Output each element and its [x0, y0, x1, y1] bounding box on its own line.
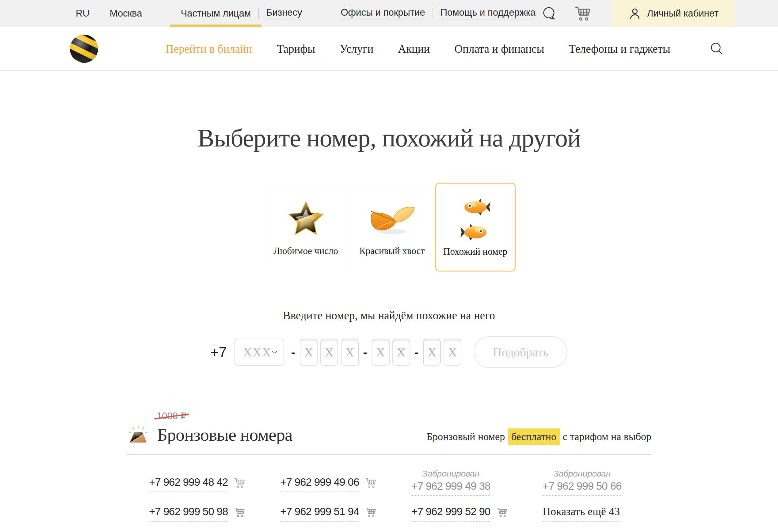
bronze-ingot-icon: [127, 424, 150, 446]
number-search-form: +7 XXX - X X X - X X - X X Подобрать: [0, 336, 778, 368]
page-title: Выберите номер, похожий на другой: [0, 124, 778, 153]
nav-item-promos[interactable]: Акции: [398, 42, 430, 56]
add-to-cart-icon[interactable]: [365, 507, 377, 518]
tab-private-customers[interactable]: Частным лицам: [181, 0, 251, 27]
nav-item-phones[interactable]: Телефоны и гаджеты: [569, 42, 670, 56]
digit-input[interactable]: X: [341, 339, 359, 366]
form-hint: Введите номер, мы найдём похожие на него: [0, 309, 778, 322]
promo-before: Бронзовый номер: [426, 431, 505, 442]
beeline-logo-icon[interactable]: [69, 34, 99, 64]
number-cell: +7 962 999 51 94: [258, 505, 389, 522]
add-to-cart-icon[interactable]: [234, 477, 245, 489]
card-label: Похожий номер: [443, 246, 507, 257]
fish-icon: [453, 194, 498, 246]
number-cell: +7 962 999 52 90: [389, 505, 520, 522]
cart-icon[interactable]: [574, 5, 592, 22]
digit-input[interactable]: X: [423, 339, 441, 366]
show-more-link[interactable]: Показать ещё 43: [543, 505, 620, 522]
prefix-select[interactable]: XXX: [234, 339, 284, 366]
number-cell: +7 962 999 49 06: [258, 476, 389, 492]
page: RU Москва Частным лицам Бизнесу Офисы и …: [0, 0, 778, 532]
account-label: Личный кабинет: [647, 8, 718, 19]
link-offices-label: Офисы и покрытие: [341, 7, 425, 20]
reserved-label: Забронирован: [543, 469, 621, 479]
find-button[interactable]: Подобрать: [474, 336, 567, 368]
link-help-support[interactable]: Помощь и поддержка: [441, 0, 536, 27]
old-price: 1000 ₽: [157, 410, 186, 422]
digit-input[interactable]: X: [300, 339, 318, 366]
divider: [127, 454, 651, 455]
separator: -: [291, 344, 296, 360]
city-selector[interactable]: Москва: [110, 0, 142, 27]
phone-number-link[interactable]: +7 962 999 51 94: [280, 505, 359, 522]
number-cell: +7 962 999 50 98: [127, 505, 258, 522]
digit-input[interactable]: X: [444, 339, 461, 366]
digit-input[interactable]: X: [392, 339, 410, 366]
language-label: RU: [76, 8, 89, 19]
card-label: Красивый хвост: [359, 246, 425, 257]
phone-number-reserved: +7 962 999 50 66: [543, 480, 621, 496]
digit-group-2: X X: [372, 339, 410, 366]
city-label: Москва: [110, 8, 142, 19]
bronze-title: Бронзовые номера: [157, 425, 293, 445]
number-cell-reserved: Забронирован +7 962 999 50 66: [520, 469, 651, 492]
number-cell-reserved: Забронирован +7 962 999 49 38: [389, 469, 520, 492]
phone-number-link[interactable]: +7 962 999 52 90: [411, 505, 490, 522]
nav-item-payments[interactable]: Оплата и финансы: [454, 42, 544, 56]
digit-group-1: X X X: [300, 339, 359, 366]
numbers-grid: +7 962 999 48 42 +7 962 999 49 06: [127, 469, 651, 522]
tab-private-label: Частным лицам: [181, 8, 251, 19]
bronze-header: Бронзовые номера Бронзовый номер бесплат…: [127, 424, 651, 446]
star-icon: [286, 193, 325, 246]
country-code: +7: [211, 344, 227, 360]
phone-number-reserved: +7 962 999 49 38: [411, 480, 490, 496]
feather-icon: [366, 193, 418, 246]
nav-items: Перейти в билайн Тарифы Услуги Акции Опл…: [165, 42, 671, 56]
tab-business-label: Бизнесу: [266, 7, 302, 20]
promo-highlight: бесплатно: [508, 428, 560, 445]
add-to-cart-icon[interactable]: [496, 507, 508, 518]
bronze-section: 1000 ₽: [127, 410, 651, 522]
card-similar-number[interactable]: Похожий номер: [435, 183, 516, 271]
card-beautiful-tail[interactable]: Красивый хвост: [349, 187, 436, 267]
add-to-cart-icon[interactable]: [234, 507, 245, 518]
separator: -: [363, 344, 368, 360]
digit-group-3: X X: [423, 339, 461, 366]
link-offices-coverage[interactable]: Офисы и покрытие: [341, 0, 425, 27]
card-favorite-number[interactable]: Любимое число: [263, 187, 349, 267]
nav-item-services[interactable]: Услуги: [340, 42, 373, 56]
divider: [433, 8, 433, 19]
chat-icon[interactable]: [540, 5, 558, 22]
prefix-placeholder: XXX: [243, 345, 271, 359]
search-icon[interactable]: [709, 41, 724, 56]
phone-number-link[interactable]: +7 962 999 49 06: [280, 476, 359, 492]
reserved-label: Забронирован: [411, 469, 490, 479]
chevron-down-icon: [271, 349, 278, 355]
main-navigation: Перейти в билайн Тарифы Услуги Акции Опл…: [0, 27, 778, 71]
digit-input[interactable]: X: [372, 339, 390, 366]
card-label: Любимое число: [274, 246, 338, 257]
number-cell: +7 962 999 48 42: [127, 476, 258, 492]
bronze-promo: Бронзовый номер бесплатно с тарифом на в…: [426, 427, 651, 443]
promo-after: с тарифом на выбор: [562, 431, 651, 442]
link-help-label: Помощь и поддержка: [441, 7, 536, 20]
nav-item-tariffs[interactable]: Тарифы: [277, 42, 315, 56]
language-switcher[interactable]: RU: [76, 0, 89, 27]
topbar: RU Москва Частным лицам Бизнесу Офисы и …: [0, 0, 778, 27]
separator: -: [414, 344, 419, 360]
method-cards: Любимое число: [0, 187, 778, 271]
digit-input[interactable]: X: [320, 339, 338, 366]
tab-business[interactable]: Бизнесу: [266, 0, 302, 27]
phone-number-link[interactable]: +7 962 999 48 42: [149, 476, 228, 492]
number-cell-show-more: Показать ещё 43: [520, 505, 651, 522]
divider: [258, 8, 259, 19]
phone-number-link[interactable]: +7 962 999 50 98: [149, 505, 228, 522]
add-to-cart-icon[interactable]: [365, 477, 377, 489]
account-button[interactable]: Личный кабинет: [612, 0, 735, 27]
nav-item-go-beeline[interactable]: Перейти в билайн: [165, 42, 252, 56]
person-icon: [628, 7, 642, 20]
